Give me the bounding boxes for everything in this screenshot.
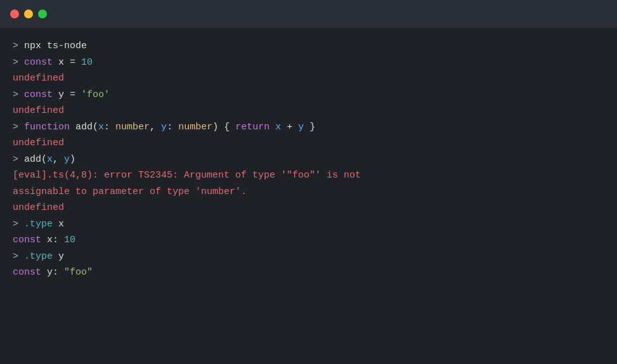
terminal-text: undefined xyxy=(13,105,64,116)
terminal-text: number xyxy=(115,122,150,133)
terminal-window: > npx ts-node> const x = 10undefined> co… xyxy=(0,0,617,364)
terminal-text: : xyxy=(104,122,115,133)
terminal-text: const xyxy=(24,57,53,68)
terminal-line-line3: undefined xyxy=(13,70,604,87)
terminal-text: 'foo' xyxy=(81,89,110,100)
terminal-text: y = xyxy=(53,89,81,100)
terminal-text: x xyxy=(47,154,53,165)
title-bar xyxy=(0,0,617,28)
close-button[interactable] xyxy=(10,10,19,18)
terminal-text: add( xyxy=(24,154,47,165)
terminal-text: y xyxy=(161,122,167,133)
terminal-text: > xyxy=(13,41,24,51)
terminal-text: .type xyxy=(24,251,53,262)
terminal-line-line10: assignable to parameter of type 'number'… xyxy=(13,184,604,200)
terminal-text: + xyxy=(281,122,298,133)
terminal-text: y xyxy=(298,122,304,133)
terminal-text xyxy=(270,122,275,133)
terminal-text: number xyxy=(178,122,212,133)
terminal-text: y: xyxy=(41,267,64,278)
terminal-line-line13: const x: 10 xyxy=(13,232,604,249)
terminal-text: 10 xyxy=(64,235,75,245)
terminal-text: return xyxy=(235,122,270,133)
terminal-text: [eval].ts(4,8): error TS2345: Argument o… xyxy=(13,170,361,181)
terminal-text: x = xyxy=(53,57,81,68)
terminal-text: undefined xyxy=(13,73,64,84)
terminal-line-line4: > const y = 'foo' xyxy=(13,87,604,103)
terminal-text: 10 xyxy=(81,57,93,68)
terminal-line-line12: > .type x xyxy=(13,216,604,233)
terminal-line-line6: > function add(x: number, y: number) { r… xyxy=(13,119,604,136)
terminal-text: ) { xyxy=(212,122,235,133)
terminal-text: > xyxy=(13,122,24,133)
terminal-line-line2: > const x = 10 xyxy=(13,55,604,71)
terminal-text: "foo" xyxy=(64,267,93,278)
terminal-line-line14: > .type y xyxy=(13,249,604,265)
terminal-text: const xyxy=(13,235,41,245)
terminal-text: ) xyxy=(70,154,75,165)
terminal-text: y xyxy=(64,154,70,165)
terminal-text: npx ts-node xyxy=(24,41,87,51)
terminal-line-line9: [eval].ts(4,8): error TS2345: Argument o… xyxy=(13,167,604,184)
terminal-text: > xyxy=(13,219,24,230)
terminal-text: > xyxy=(13,251,24,262)
terminal-text: .type xyxy=(24,219,53,230)
terminal-text: : xyxy=(167,122,178,133)
maximize-button[interactable] xyxy=(38,10,47,18)
terminal-text: > xyxy=(13,89,24,100)
terminal-text: } xyxy=(304,122,315,133)
terminal-text: undefined xyxy=(13,138,64,148)
minimize-button[interactable] xyxy=(24,10,33,18)
terminal-text: , xyxy=(150,122,161,133)
terminal-line-line11: undefined xyxy=(13,200,604,216)
terminal-text: > xyxy=(13,57,24,68)
terminal-line-line7: undefined xyxy=(13,135,604,152)
terminal-text: const xyxy=(24,89,53,100)
terminal-body[interactable]: > npx ts-node> const x = 10undefined> co… xyxy=(0,28,617,364)
terminal-text: x xyxy=(98,122,104,133)
terminal-line-line15: const y: "foo" xyxy=(13,264,604,281)
terminal-text: , xyxy=(53,154,64,165)
terminal-text: const xyxy=(13,267,41,278)
terminal-text: function xyxy=(24,122,70,133)
terminal-text: add( xyxy=(70,122,98,133)
terminal-text: y xyxy=(53,251,64,262)
terminal-line-line1: > npx ts-node xyxy=(13,38,604,55)
terminal-text: x xyxy=(53,219,64,230)
terminal-line-line8: > add(x, y) xyxy=(13,152,604,168)
terminal-text: > xyxy=(13,154,24,165)
terminal-text: x: xyxy=(41,235,64,245)
terminal-text: x xyxy=(275,122,281,133)
terminal-text: assignable to parameter of type 'number'… xyxy=(13,186,247,197)
terminal-line-line5: undefined xyxy=(13,103,604,119)
terminal-text: undefined xyxy=(13,202,64,213)
